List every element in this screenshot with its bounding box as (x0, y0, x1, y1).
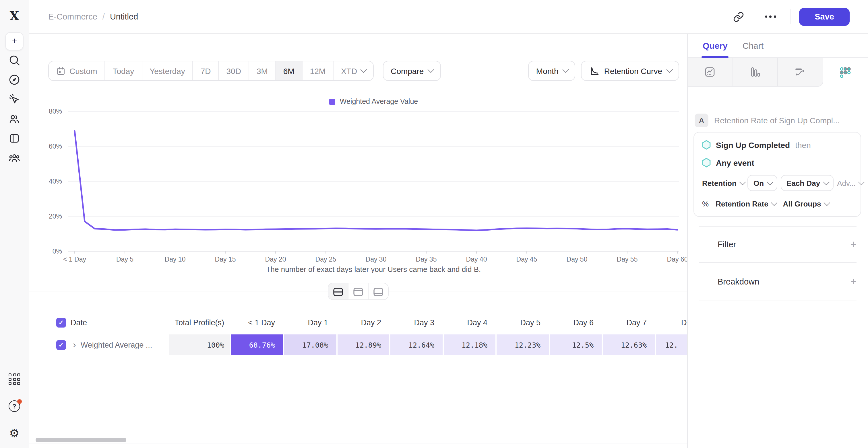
breadcrumb: E-Commerce / Untitled (48, 12, 138, 21)
report-type-retention-icon[interactable] (823, 58, 868, 87)
add-breakdown-button[interactable]: + (850, 276, 857, 288)
column-header: Day 1 (284, 313, 336, 332)
row-checkbox[interactable]: ✓ (56, 340, 66, 350)
chevron-down-icon (666, 67, 672, 73)
svg-text:Day 5: Day 5 (116, 255, 133, 263)
row-date-cell: ✓›Weighted Average ... (52, 335, 169, 355)
left-sidebar: X + ? ⚙ (0, 0, 29, 448)
query-title[interactable]: Retention Rate of Sign Up Compl... (714, 116, 840, 125)
row-expander-icon[interactable]: › (73, 340, 76, 349)
column-header: Day 4 (443, 313, 495, 332)
notification-dot (17, 399, 22, 404)
retention-on-dropdown[interactable]: On (748, 175, 777, 191)
layout-table-only-button[interactable] (368, 283, 388, 300)
users-icon[interactable] (5, 109, 24, 129)
cohorts-icon[interactable] (5, 148, 24, 168)
layout-split-view-button[interactable] (328, 283, 348, 300)
tab-query[interactable]: Query (703, 33, 727, 57)
add-filter-button[interactable]: + (850, 238, 857, 250)
first-event-row[interactable]: Sign Up Completed then (702, 140, 852, 150)
svg-text:Day 30: Day 30 (366, 255, 386, 263)
row-checkbox[interactable]: ✓ (56, 317, 66, 327)
column-header: D (656, 313, 687, 332)
report-type-funnels-icon[interactable] (733, 58, 778, 87)
chart-legend[interactable]: Weighted Average Value (68, 98, 679, 106)
groups-dropdown[interactable]: All Groups (783, 200, 829, 208)
granularity-button[interactable]: Month (528, 61, 576, 81)
column-header: < 1 Day (231, 313, 283, 332)
svg-text:Day 25: Day 25 (315, 255, 336, 263)
settings-gear-icon[interactable]: ⚙ (5, 423, 24, 443)
copy-link-icon[interactable] (730, 8, 747, 25)
retention-interval-dropdown[interactable]: Each Day (781, 175, 834, 191)
range-custom[interactable]: Custom (49, 61, 104, 80)
svg-text:60%: 60% (49, 143, 62, 150)
discover-compass-icon[interactable] (5, 70, 24, 90)
column-header: Day 6 (550, 313, 601, 332)
range-xtd[interactable]: XTD (333, 61, 373, 80)
retention-chart[interactable]: 0%20%40%60%80%< 1 DayDay 5Day 10Day 15Da… (29, 107, 687, 273)
row-value-cell: 68.76% (231, 335, 283, 355)
row-value-cell: 17.08% (284, 335, 336, 355)
svg-text:< 1 Day: < 1 Day (63, 255, 86, 263)
chevron-down-icon (563, 67, 569, 73)
more-options-icon[interactable] (762, 8, 779, 25)
search-icon[interactable] (5, 50, 24, 70)
apps-grid-icon[interactable] (5, 370, 24, 389)
legend-label: Weighted Average Value (340, 98, 418, 106)
table-data-row: ✓›Weighted Average ...100%68.76%17.08%12… (52, 335, 687, 355)
range-7d[interactable]: 7D (193, 61, 218, 80)
svg-text:Day 50: Day 50 (567, 255, 588, 263)
svg-text:Day 45: Day 45 (516, 255, 537, 263)
row-value-cell: 12.64% (391, 335, 442, 355)
report-type-strip (688, 58, 868, 87)
compare-button[interactable]: Compare (383, 61, 441, 81)
svg-text:Day 60: Day 60 (667, 255, 687, 263)
tab-chart[interactable]: Chart (743, 33, 764, 57)
advanced-dropdown[interactable]: Adv... (837, 179, 863, 187)
breadcrumb-project[interactable]: E-Commerce (48, 12, 97, 21)
row-value-cell: 12.63% (603, 335, 655, 355)
main-content: CustomTodayYesterday7D30D3M6M12MXTD Comp… (29, 33, 687, 448)
chevron-down-icon (361, 67, 367, 73)
row-value-cell: 12.18% (443, 335, 495, 355)
report-title[interactable]: Untitled (110, 12, 138, 21)
retention-type-dropdown[interactable]: Retention (702, 179, 744, 187)
svg-text:Day 40: Day 40 (466, 255, 487, 263)
save-button[interactable]: Save (799, 8, 849, 26)
table-bottom-divider (29, 443, 687, 443)
date-range-group: CustomTodayYesterday7D30D3M6M12MXTD (48, 61, 373, 81)
retention-table: ✓DateTotal Profile(s)< 1 DayDay 1Day 2Da… (52, 313, 687, 355)
return-event-row[interactable]: Any event (702, 158, 852, 168)
svg-text:40%: 40% (49, 177, 62, 185)
svg-text:Day 35: Day 35 (416, 255, 437, 263)
horizontal-scrollbar-thumb[interactable] (36, 438, 126, 442)
metric-prefix: % (702, 200, 709, 208)
range-6m[interactable]: 6M (275, 61, 302, 80)
filter-label: Filter (699, 240, 736, 249)
event-hexagon-icon (702, 158, 711, 168)
mixpanel-logo-icon[interactable]: X (7, 7, 22, 24)
chart-type-button[interactable]: Retention Curve (581, 61, 679, 81)
range-30d[interactable]: 30D (218, 61, 249, 80)
range-3m[interactable]: 3M (249, 61, 275, 80)
range-today[interactable]: Today (104, 61, 142, 80)
row-total-cell: 100% (169, 335, 230, 355)
metric-dropdown[interactable]: Retention Rate (716, 200, 776, 208)
create-button[interactable]: + (5, 32, 24, 50)
panel-sections: Filter + Breakdown + (699, 226, 857, 301)
report-type-insights-icon[interactable] (688, 58, 733, 87)
help-icon[interactable]: ? (5, 397, 24, 416)
svg-text:Day 15: Day 15 (215, 255, 236, 263)
boards-icon[interactable] (5, 129, 24, 148)
layout-chart-only-button[interactable] (348, 283, 368, 300)
events-cursor-icon[interactable] (5, 90, 24, 109)
range-yesterday[interactable]: Yesterday (142, 61, 193, 80)
svg-text:Day 55: Day 55 (617, 255, 638, 263)
report-type-flows-icon[interactable] (778, 58, 823, 87)
column-header: ✓Date (52, 313, 169, 332)
table-header-row: ✓DateTotal Profile(s)< 1 DayDay 1Day 2Da… (52, 313, 687, 332)
range-12m[interactable]: 12M (302, 61, 333, 80)
column-header: Day 3 (391, 313, 442, 332)
breakdown-label: Breakdown (699, 277, 759, 286)
